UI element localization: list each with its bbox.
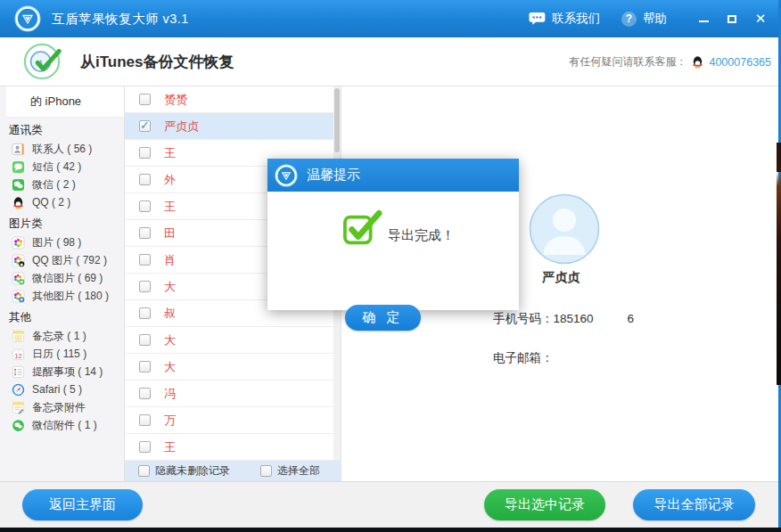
row-checkbox[interactable] (139, 441, 151, 453)
sidebar-item-photos[interactable]: 图片 ( 98 ) (0, 233, 124, 251)
table-row[interactable]: 万 (125, 407, 341, 434)
row-checkbox[interactable] (139, 307, 151, 319)
sidebar-section-title: 通讯类 (0, 121, 124, 140)
success-check-icon (343, 209, 382, 247)
select-all-option[interactable]: 选择全部 (260, 463, 320, 479)
help-button[interactable]: ? 帮助 (621, 11, 667, 27)
export-all-button[interactable]: 导出全部记录 (633, 489, 755, 520)
window-bottom-edge (0, 528, 781, 532)
app-window: 互盾苹果恢复大师 v3.1 联系我们 ? 帮助 ✕ ♪ 从iTunes备份文件 (0, 0, 781, 532)
sidebar-item-label: 日历 ( 115 ) (32, 347, 86, 362)
select-all-checkbox[interactable] (260, 465, 272, 477)
detail-phone-line: 手机号码：1851606 (493, 311, 634, 327)
desktop-background-sliver (777, 143, 781, 385)
row-checkbox[interactable] (139, 254, 151, 266)
close-button[interactable]: ✕ (754, 12, 767, 25)
wechat-icon (12, 178, 25, 192)
itunes-check-icon: ♪ (23, 42, 62, 81)
row-checkbox[interactable] (139, 147, 151, 159)
row-checkbox[interactable] (139, 174, 151, 185)
row-checkbox[interactable] (139, 120, 151, 132)
sidebar-item-wechat-attachment[interactable]: 微信附件 ( 1 ) (0, 416, 124, 434)
table-row[interactable]: 王 (125, 434, 341, 461)
sidebar-item-other-photos[interactable]: 其他图片 ( 180 ) (0, 287, 124, 305)
contact-name: 王 (164, 145, 176, 161)
row-checkbox[interactable] (139, 227, 151, 239)
row-checkbox[interactable] (139, 334, 151, 346)
sidebar-item-notes-attachment[interactable]: 备忘录附件 (0, 398, 124, 416)
table-row[interactable]: 赟赟 (125, 86, 341, 113)
sidebar-item-label: 短信 ( 42 ) (32, 160, 81, 175)
sidebar-sections: 通讯类 联系人 ( 56 ) 短信 ( 42 ) 微信 ( 2 ) QQ ( 2… (0, 121, 124, 434)
support-line: 有任何疑问请联系客服： 4000076365 (569, 37, 771, 86)
sidebar-item-calendar[interactable]: 12 日历 ( 115 ) (0, 345, 124, 363)
row-checkbox[interactable] (139, 281, 151, 292)
chat-bubble-icon (529, 12, 546, 26)
sms-icon (12, 160, 25, 174)
contact-name: 王 (164, 199, 176, 215)
sidebar-item-contacts[interactable]: 联系人 ( 56 ) (0, 140, 124, 158)
sidebar-item-qq[interactable]: QQ ( 2 ) (0, 193, 124, 211)
table-row[interactable]: 大 (125, 327, 341, 354)
table-row[interactable]: 冯 (125, 381, 341, 407)
support-qq-number[interactable]: 4000076365 (709, 56, 771, 69)
sidebar-item-qq-photos[interactable]: QQ 图片 ( 792 ) (0, 251, 124, 269)
sidebar-item-label: 微信图片 ( 69 ) (32, 271, 103, 286)
contact-name: 冯 (164, 386, 176, 402)
hide-undeleted-checkbox[interactable] (138, 465, 150, 477)
row-checkbox[interactable] (139, 414, 151, 426)
contact-us-button[interactable]: 联系我们 (529, 11, 600, 27)
app-logo-icon (14, 5, 41, 32)
back-to-main-button[interactable]: 返回主界面 (22, 489, 143, 520)
contact-name: 赟赟 (164, 92, 187, 108)
dialog-logo-icon (275, 164, 298, 187)
dialog-titlebar: 温馨提示 (267, 159, 519, 192)
sidebar-item-sms[interactable]: 短信 ( 42 ) (0, 158, 124, 176)
sidebar-item-label: 微信 ( 2 ) (32, 177, 76, 192)
sidebar-section: 其他 备忘录 ( 1 ) 12 日历 ( 115 ) 提醒事项 ( 14 ) S… (0, 308, 124, 434)
notes-attachment-icon (12, 401, 25, 414)
list-options-bar: 隐藏未删除记录 选择全部 (125, 461, 341, 481)
sidebar-item-wechat-photos[interactable]: 微信图片 ( 69 ) (0, 269, 124, 287)
scrollbar-thumb[interactable] (334, 88, 340, 152)
contact-name: 万 (164, 413, 176, 429)
qq-icon (12, 196, 25, 209)
sidebar: 的 iPhone 通讯类 联系人 ( 56 ) 短信 ( 42 ) 微信 ( 2… (0, 86, 125, 481)
detail-contact-name: 严贞贞 (542, 270, 580, 286)
ok-button[interactable]: 确 定 (345, 305, 421, 331)
hide-undeleted-option[interactable]: 隐藏未删除记录 (138, 463, 230, 479)
row-checkbox[interactable] (139, 361, 151, 372)
wechat-photos-icon (12, 272, 25, 285)
hide-undeleted-label: 隐藏未删除记录 (155, 463, 230, 479)
sidebar-item-reminders[interactable]: 提醒事项 ( 14 ) (0, 363, 124, 381)
contact-name: 田 (164, 225, 176, 241)
page-header: ♪ 从iTunes备份文件恢复 有任何疑问请联系客服： 4000076365 (0, 37, 778, 86)
table-row[interactable]: 大 (125, 354, 341, 381)
export-selected-button[interactable]: 导出选中记录 (484, 489, 605, 520)
sidebar-item-label: 备忘录附件 (32, 400, 86, 415)
device-tab[interactable]: 的 iPhone (6, 86, 124, 118)
sidebar-section: 通讯类 联系人 ( 56 ) 短信 ( 42 ) 微信 ( 2 ) QQ ( 2… (0, 121, 124, 211)
minimize-button[interactable] (697, 12, 710, 25)
photos-icon (12, 236, 25, 250)
qq-penguin-icon (691, 55, 704, 69)
calendar-icon: 12 (12, 348, 25, 361)
sidebar-section-title: 其他 (0, 308, 124, 327)
footer: 返回主界面 导出选中记录 导出全部记录 (0, 481, 778, 528)
phone-label: 手机号码： (493, 312, 554, 325)
sidebar-item-notes[interactable]: 备忘录 ( 1 ) (0, 327, 124, 345)
sidebar-item-label: QQ 图片 ( 792 ) (32, 253, 107, 268)
sidebar-item-label: 提醒事项 ( 14 ) (32, 364, 103, 380)
qq-photos-icon (12, 254, 25, 267)
sidebar-item-wechat[interactable]: 微信 ( 2 ) (0, 176, 124, 193)
table-row[interactable]: 严贞贞 (125, 113, 341, 140)
sidebar-item-label: 其他图片 ( 180 ) (32, 289, 109, 304)
sidebar-item-safari[interactable]: Safari ( 5 ) (0, 381, 124, 398)
maximize-button[interactable] (726, 12, 738, 25)
row-checkbox[interactable] (139, 94, 151, 105)
app-title: 互盾苹果恢复大师 v3.1 (52, 11, 189, 28)
row-checkbox[interactable] (139, 201, 151, 212)
contact-us-label: 联系我们 (552, 11, 600, 27)
row-checkbox[interactable] (139, 388, 151, 399)
help-icon: ? (621, 12, 637, 27)
